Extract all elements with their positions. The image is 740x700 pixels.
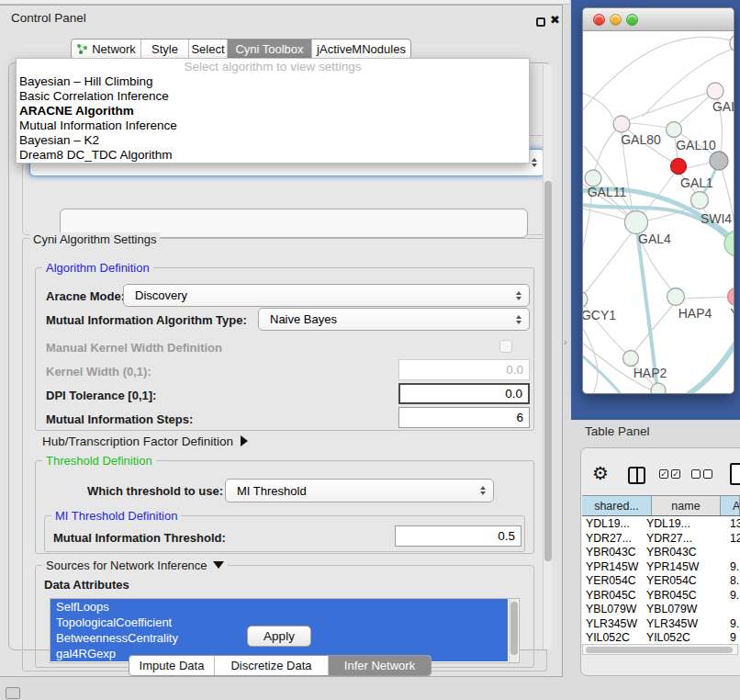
tab-cyni-toolbox[interactable]: Cyni Toolbox bbox=[227, 40, 311, 59]
aracne-mode-label: Aracne Mode: bbox=[46, 289, 125, 303]
tab-infer-network[interactable]: Infer Network bbox=[328, 656, 431, 675]
algorithm-option[interactable]: Basic Correlation Inference bbox=[17, 89, 529, 104]
network-node-gal4[interactable] bbox=[625, 211, 648, 234]
table-rows[interactable]: YDL19...YDL19...13YDR27...YDR27...12YBR0… bbox=[582, 516, 740, 644]
import-table-icon[interactable] bbox=[730, 463, 740, 485]
sources-group-title[interactable]: Sources for Network Inference bbox=[42, 559, 228, 572]
combo-stepper-icon bbox=[480, 486, 486, 495]
tab-network[interactable]: Network bbox=[72, 40, 140, 59]
dropdown-prompt: Select algorithm to view settings bbox=[17, 59, 529, 74]
table-row[interactable]: YIL052CYIL052C9 bbox=[582, 630, 740, 644]
apply-button[interactable]: Apply bbox=[247, 626, 311, 647]
table-row[interactable]: YDL19...YDL19...13 bbox=[582, 516, 740, 531]
tab-style[interactable]: Style bbox=[140, 40, 188, 59]
close-icon[interactable]: ✖ bbox=[550, 13, 560, 27]
column-header-A[interactable]: A bbox=[721, 496, 740, 515]
network-edge-highlighted bbox=[689, 339, 734, 393]
combo-stepper-icon bbox=[516, 291, 521, 300]
which-threshold-value: MI Threshold bbox=[237, 484, 307, 498]
float-window-icon[interactable] bbox=[536, 17, 545, 27]
network-edge bbox=[686, 163, 710, 168]
settings-scrollbar[interactable] bbox=[543, 64, 552, 649]
tab-jactivemnodules[interactable]: jActiveMNodules bbox=[311, 40, 410, 59]
network-node-swi4[interactable] bbox=[691, 192, 709, 209]
settings-scrollbar-thumb[interactable] bbox=[544, 181, 552, 561]
aracne-mode-combo[interactable]: Discovery bbox=[123, 284, 530, 307]
panel-grip-button[interactable] bbox=[6, 687, 20, 699]
attribute-item[interactable]: SelfLoops bbox=[50, 599, 508, 615]
network-node-gal10[interactable] bbox=[667, 122, 682, 138]
combo-stepper-icon bbox=[532, 158, 537, 167]
network-edge bbox=[684, 297, 728, 299]
mi-steps-field[interactable]: 6 bbox=[398, 407, 530, 428]
manual-kernel-checkbox[interactable] bbox=[499, 340, 512, 353]
node-label: GCY1 bbox=[583, 308, 616, 322]
table-panel-title: Table Panel bbox=[585, 424, 650, 438]
hub-definition-toggle[interactable]: Hub/Transcription Factor Definition bbox=[42, 435, 248, 448]
manual-kernel-label: Manual Kernel Width Definition bbox=[46, 341, 222, 355]
algorithm-option[interactable]: Dream8 DC_TDC Algorithm bbox=[17, 148, 529, 163]
column-header-name[interactable]: name bbox=[652, 496, 721, 515]
algorithm-option[interactable]: Mutual Information Inference bbox=[17, 119, 529, 133]
select-all-icon[interactable]: ✓ ✓ bbox=[659, 469, 680, 479]
table-settings-gear-icon[interactable]: ⚙ bbox=[592, 462, 609, 484]
control-panel: Control Panel ✖ NetworkStyleSelectCyni T… bbox=[0, 5, 563, 677]
tab-impute-data[interactable]: Impute Data bbox=[129, 656, 214, 675]
deselect-all-icon[interactable] bbox=[691, 469, 712, 479]
table-hscroll-thumb[interactable] bbox=[586, 647, 733, 653]
node-label: SWI4 bbox=[701, 211, 732, 226]
mi-type-label: Mutual Information Algorithm Type: bbox=[46, 313, 247, 327]
algorithm-option[interactable]: Bayesian – K2 bbox=[17, 133, 529, 148]
mi-type-value: Naive Bayes bbox=[270, 312, 337, 326]
which-threshold-label: Which threshold to use: bbox=[87, 484, 223, 498]
column-chooser-icon[interactable] bbox=[628, 467, 645, 484]
network-node[interactable] bbox=[651, 383, 666, 393]
kernel-width-field[interactable]: 0.0 bbox=[398, 359, 530, 380]
table-horizontal-scrollbar[interactable] bbox=[582, 644, 738, 655]
table-row[interactable]: YBR043CYBR043C bbox=[582, 545, 740, 559]
tab-select[interactable]: Select bbox=[188, 40, 227, 59]
network-node-gal[interactable] bbox=[707, 83, 723, 99]
window-minimize-button[interactable] bbox=[610, 14, 622, 26]
table-cell: 9. bbox=[730, 560, 739, 573]
which-threshold-combo[interactable]: MI Threshold bbox=[225, 479, 494, 502]
table-row[interactable]: YBR045CYBR045C9. bbox=[582, 588, 740, 603]
split-divider-handle[interactable]: › bbox=[564, 336, 567, 347]
network-node-hap2[interactable] bbox=[623, 351, 639, 367]
network-node-gcy1[interactable] bbox=[583, 291, 588, 308]
network-node-y[interactable] bbox=[728, 288, 734, 306]
network-node-gal80[interactable] bbox=[613, 116, 630, 132]
network-graph-canvas[interactable]: GALGAL80GAL10GAL1GAL11SWI4GAL4GCY1HAP4YH… bbox=[583, 31, 734, 393]
table-cell: YER054C bbox=[646, 574, 697, 587]
table-row[interactable]: YBL079WYBL079W bbox=[582, 602, 740, 616]
table-cell: YDR27... bbox=[586, 532, 632, 545]
column-header-shared...[interactable]: shared... bbox=[582, 496, 652, 515]
algorithm-option[interactable]: ARACNE Algorithm bbox=[17, 104, 529, 119]
attributes-scrollbar[interactable] bbox=[509, 599, 518, 662]
network-node-gal1[interactable] bbox=[671, 159, 687, 175]
window-close-button[interactable] bbox=[593, 14, 605, 26]
network-view-window[interactable]: GALGAL80GAL10GAL1GAL11SWI4GAL4GCY1HAP4YH… bbox=[582, 7, 734, 394]
table-row[interactable]: YPR145WYPR145W9. bbox=[582, 559, 740, 574]
network-node[interactable] bbox=[710, 152, 728, 170]
mi-threshold-field[interactable]: 0.5 bbox=[395, 525, 521, 547]
network-edge bbox=[585, 232, 632, 293]
table-row[interactable]: YER054CYER054C8. bbox=[582, 573, 740, 588]
table-header-row[interactable]: shared...nameA bbox=[582, 495, 740, 516]
kernel-width-value: 0.0 bbox=[506, 363, 523, 377]
tab-discretize-data[interactable]: Discretize Data bbox=[214, 656, 328, 675]
tab-label: Cyni Toolbox bbox=[235, 42, 303, 56]
network-node-hap4[interactable] bbox=[667, 288, 685, 306]
window-zoom-button[interactable] bbox=[626, 14, 638, 26]
table-row[interactable]: YDR27...YDR27...12 bbox=[582, 531, 740, 546]
table-cell: 8. bbox=[730, 574, 739, 587]
mi-threshold-group-title: MI Threshold Definition bbox=[51, 509, 181, 523]
table-row[interactable]: YLR345WYLR345W9. bbox=[582, 616, 740, 631]
attributes-scrollbar-thumb[interactable] bbox=[510, 602, 518, 655]
table-cell: YBR043C bbox=[586, 546, 636, 559]
network-window-titlebar[interactable] bbox=[583, 8, 734, 31]
algorithm-option[interactable]: Bayesian – Hill Climbing bbox=[17, 74, 529, 89]
node-label: GAL11 bbox=[588, 185, 627, 199]
dpi-tolerance-field[interactable]: 0.0 bbox=[398, 383, 530, 404]
mi-type-combo[interactable]: Naive Bayes bbox=[258, 308, 530, 331]
